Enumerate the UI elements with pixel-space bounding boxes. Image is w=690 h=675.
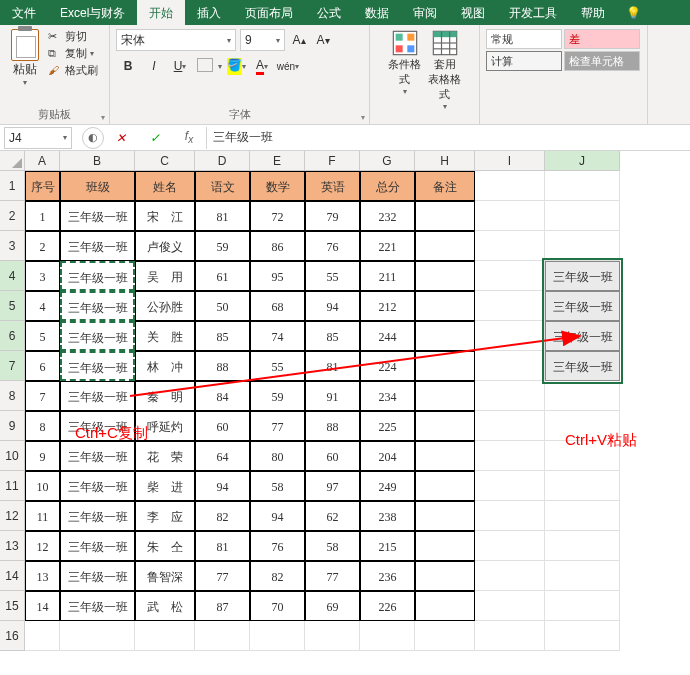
tab-custom[interactable]: Excel与财务	[48, 0, 137, 25]
row-header[interactable]: 14	[0, 561, 25, 591]
row-header[interactable]: 7	[0, 351, 25, 381]
col-header[interactable]: E	[250, 151, 305, 171]
row-header[interactable]: 11	[0, 471, 25, 501]
font-name-select[interactable]: 宋体▾	[116, 29, 236, 51]
cell[interactable]: 215	[360, 531, 415, 561]
cell[interactable]	[475, 591, 545, 621]
cell[interactable]	[475, 171, 545, 201]
cell[interactable]: 79	[305, 201, 360, 231]
cell[interactable]	[545, 561, 620, 591]
cell[interactable]: 备注	[415, 171, 475, 201]
cell[interactable]: 公孙胜	[135, 291, 195, 321]
cell[interactable]	[475, 501, 545, 531]
cell[interactable]: 三年级一班	[60, 561, 135, 591]
cell[interactable]	[545, 201, 620, 231]
cell[interactable]: 76	[250, 531, 305, 561]
cell[interactable]: 221	[360, 231, 415, 261]
cell[interactable]: 三年级一班	[545, 291, 620, 321]
tab-home[interactable]: 开始	[137, 0, 185, 25]
enter-button[interactable]: ✓	[144, 131, 166, 145]
cell[interactable]: 88	[195, 351, 250, 381]
cell[interactable]: 序号	[25, 171, 60, 201]
cell[interactable]: 69	[305, 591, 360, 621]
cell[interactable]	[250, 621, 305, 651]
cell[interactable]: 64	[195, 441, 250, 471]
style-bad[interactable]: 差	[564, 29, 640, 49]
cell[interactable]: 宋 江	[135, 201, 195, 231]
cell[interactable]: 82	[250, 561, 305, 591]
style-check-cell[interactable]: 检查单元格	[564, 51, 640, 71]
cell[interactable]: 236	[360, 561, 415, 591]
underline-button[interactable]: U▾	[168, 55, 192, 77]
style-normal[interactable]: 常规	[486, 29, 562, 49]
cell[interactable]: 柴 进	[135, 471, 195, 501]
cell[interactable]: 三年级一班	[60, 531, 135, 561]
cell[interactable]	[545, 231, 620, 261]
cell[interactable]	[415, 471, 475, 501]
tab-review[interactable]: 审阅	[401, 0, 449, 25]
cell[interactable]: 85	[305, 321, 360, 351]
cell[interactable]: 11	[25, 501, 60, 531]
cell[interactable]: 朱 仝	[135, 531, 195, 561]
row-header[interactable]: 5	[0, 291, 25, 321]
cell[interactable]: 94	[305, 291, 360, 321]
format-as-table-button[interactable]: 套用 表格格式▾	[428, 29, 462, 111]
fx-button[interactable]: fx	[178, 129, 200, 145]
help-bulb-icon[interactable]: 💡	[621, 0, 645, 25]
cell[interactable]: 61	[195, 261, 250, 291]
cell[interactable]: 武 松	[135, 591, 195, 621]
cell[interactable]: 68	[250, 291, 305, 321]
cell[interactable]: 76	[305, 231, 360, 261]
italic-button[interactable]: I	[142, 55, 166, 77]
font-size-select[interactable]: 9▾	[240, 29, 285, 51]
cell[interactable]: 80	[250, 441, 305, 471]
tab-formula[interactable]: 公式	[305, 0, 353, 25]
cell[interactable]: 三年级一班	[60, 261, 135, 291]
formula-bar[interactable]: 三年级一班	[206, 127, 690, 149]
cell[interactable]	[360, 621, 415, 651]
col-header[interactable]: H	[415, 151, 475, 171]
cell[interactable]	[415, 261, 475, 291]
cell[interactable]	[415, 561, 475, 591]
cell[interactable]	[475, 471, 545, 501]
col-header[interactable]: I	[475, 151, 545, 171]
cell[interactable]: 英语	[305, 171, 360, 201]
row-header[interactable]: 9	[0, 411, 25, 441]
cell[interactable]: 三年级一班	[60, 501, 135, 531]
cell[interactable]: 97	[305, 471, 360, 501]
cell[interactable]: 三年级一班	[545, 351, 620, 381]
cell[interactable]: 三年级一班	[60, 381, 135, 411]
cell[interactable]: 3	[25, 261, 60, 291]
cell[interactable]: 74	[250, 321, 305, 351]
cell[interactable]	[25, 621, 60, 651]
cancel-button[interactable]: ✕	[110, 131, 132, 145]
cell[interactable]: 13	[25, 561, 60, 591]
cell[interactable]: 62	[305, 501, 360, 531]
row-header[interactable]: 1	[0, 171, 25, 201]
cell[interactable]	[475, 351, 545, 381]
cell[interactable]: 232	[360, 201, 415, 231]
cell[interactable]: 82	[195, 501, 250, 531]
cell[interactable]	[475, 321, 545, 351]
cell[interactable]: 三年级一班	[545, 321, 620, 351]
col-header[interactable]: B	[60, 151, 135, 171]
cell[interactable]: 姓名	[135, 171, 195, 201]
cell[interactable]: 三年级一班	[545, 261, 620, 291]
cell[interactable]	[545, 381, 620, 411]
font-color-button[interactable]: A▾	[250, 55, 274, 77]
cell[interactable]: 91	[305, 381, 360, 411]
cell[interactable]: 三年级一班	[60, 231, 135, 261]
cell[interactable]: 225	[360, 411, 415, 441]
cut-button[interactable]: ✂剪切	[48, 29, 98, 44]
cell[interactable]	[415, 321, 475, 351]
cell[interactable]: 211	[360, 261, 415, 291]
cell[interactable]: 12	[25, 531, 60, 561]
cell[interactable]: 55	[250, 351, 305, 381]
cell[interactable]: 林 冲	[135, 351, 195, 381]
cell[interactable]: 三年级一班	[60, 471, 135, 501]
select-all-button[interactable]	[0, 151, 25, 171]
cell[interactable]: 5	[25, 321, 60, 351]
cell[interactable]: 58	[250, 471, 305, 501]
cell[interactable]: 14	[25, 591, 60, 621]
cell[interactable]	[475, 441, 545, 471]
